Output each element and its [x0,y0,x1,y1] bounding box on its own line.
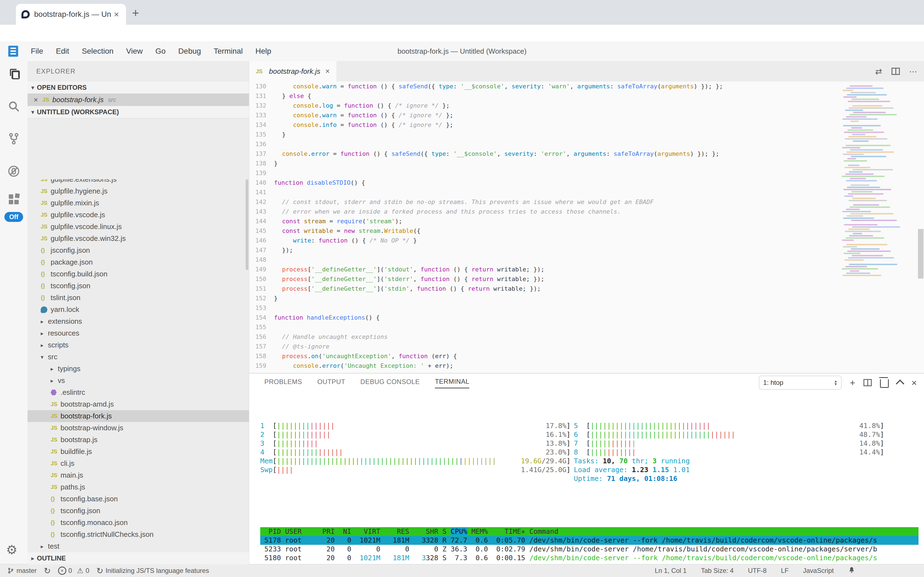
editor-scrollbar[interactable] [918,229,924,279]
tree-item-tslint.json[interactable]: {}tslint.json [27,292,249,304]
language-mode[interactable]: JavaScript [803,567,834,575]
notifications-bell-icon[interactable] [848,566,855,575]
yarn-file-icon [41,306,51,313]
js-file-icon: JS [41,188,51,194]
bottom-panel: PROBLEMS OUTPUT DEBUG CONSOLE TERMINAL 1… [249,373,924,564]
encoding[interactable]: UTF-8 [748,567,767,575]
tab-close-icon[interactable]: × [325,67,329,76]
maximize-panel-icon[interactable] [896,379,905,388]
tree-item-jsconfig.json[interactable]: {}jsconfig.json [27,245,249,256]
code-line-140: 140function disableSTDIO() { [249,178,924,187]
js-file-icon: JS [41,235,51,242]
terminal-line: 3[||||||||||13.8%] [260,439,574,448]
tab-output[interactable]: OUTPUT [317,378,345,388]
js-file-icon: JS [51,460,61,467]
workspace-header[interactable]: ▾ UNTITLED (WORKSPACE) [27,106,249,118]
debug-disabled-icon[interactable] [7,164,20,178]
tree-item-bootstrap-window.js[interactable]: JSbootstrap-window.js [27,422,249,434]
tree-item-gulpfile.mixin.js[interactable]: JSgulpfile.mixin.js [27,197,249,209]
new-terminal-icon[interactable]: + [850,377,855,388]
tab-terminal[interactable]: TERMINAL [435,378,469,388]
split-editor-icon[interactable] [892,68,900,75]
chevron-right-icon: ▸ [51,366,58,372]
split-terminal-icon[interactable] [863,379,872,386]
tree-item-package.json[interactable]: {}package.json [27,256,249,268]
explorer-icon[interactable] [7,67,20,81]
eol[interactable]: LF [781,567,789,575]
tree-item-resources[interactable]: ▸resources [27,327,249,339]
status-bar: master ↻ × 0 ⚠ 0 ↻ Initializing JS/TS la… [0,564,924,577]
tree-item-yarn.lock[interactable]: yarn.lock [27,304,249,316]
source-control-icon[interactable] [7,132,20,145]
problems-indicator[interactable]: × 0 ⚠ 0 [58,567,89,575]
tree-item-tsconfig.monaco.json[interactable]: {}tsconfig.monaco.json [27,517,249,529]
tree-item-tsconfig.build.json[interactable]: {}tsconfig.build.json [27,268,249,280]
off-badge[interactable]: Off [5,212,23,222]
tab-close-icon[interactable]: × [114,10,119,19]
tree-item-typings[interactable]: ▸typings [27,363,249,375]
tree-item-tsconfig.strictNullChecks.json[interactable]: {}tsconfig.strictNullChecks.json [27,529,249,540]
close-icon[interactable]: × [34,95,38,104]
minimap[interactable] [842,83,908,284]
close-panel-icon[interactable]: × [911,377,917,388]
terminal-select[interactable]: 1: htop ▲▼ [759,376,842,390]
tree-item-gulpfile.vscode.linux.js[interactable]: JSgulpfile.vscode.linux.js [27,221,249,233]
terminal[interactable]: 1[||||||||||||||17.8%]2[|||||||||||||16.… [260,404,919,562]
tree-item-main.js[interactable]: JSmain.js [27,469,249,481]
tree-item-scripts[interactable]: ▸scripts [27,339,249,351]
terminal-line: Uptime: 71 days, 01:08:16 [574,474,919,483]
json-file-icon: {} [51,496,61,502]
code-line-147: 147 }); [249,245,924,255]
js-file-icon: JS [51,448,61,455]
tab-size[interactable]: Tab Size: 4 [701,567,734,575]
compare-changes-icon[interactable]: ⇄ [875,67,882,76]
tree-item-extensions[interactable]: ▸extensions [27,316,249,327]
loading-icon: ↻ [96,566,103,575]
tree-item-gulpfile.vscode.js[interactable]: JSgulpfile.vscode.js [27,209,249,221]
settings-gear-icon[interactable]: ⚙ [6,542,17,557]
tree-item-tsconfig.json[interactable]: {}tsconfig.json [27,280,249,292]
htop-process-row[interactable]: 5178 root 20 0 1021M 181M 3328 R 72.7 0.… [260,536,919,545]
js-file-icon: JS [41,179,51,182]
tree-item-test[interactable]: ▸test [27,540,249,552]
browser-tab-title: bootstrap-fork.js — Untitled (W [34,10,111,19]
tree-item-vs[interactable]: ▸vs [27,375,249,387]
sync-button[interactable]: ↻ [44,566,51,575]
code-line-156: 156 // Handle uncaught exceptions [249,332,924,342]
tree-item-bootstrap-amd.js[interactable]: JSbootstrap-amd.js [27,398,249,410]
extensions-icon[interactable] [7,193,20,206]
tree-item-cli.js[interactable]: JScli.js [27,458,249,469]
browser-tab[interactable]: bootstrap-fork.js — Untitled (W × [16,4,126,25]
sidebar-scrollbar[interactable] [246,179,248,270]
tree-item-gulpfile.extensions.js[interactable]: JSgulpfile.extensions.js [27,179,249,185]
chevron-down-icon: ▾ [31,109,34,115]
tree-item-tsconfig.json[interactable]: {}tsconfig.json [27,505,249,517]
chevron-right-icon: ▸ [51,377,58,384]
branch-indicator[interactable]: master [7,567,37,575]
tree-item-bootstrap-fork.js[interactable]: JSbootstrap-fork.js [27,410,249,422]
tree-item-gulpfile.hygiene.js[interactable]: JSgulpfile.hygiene.js [27,185,249,197]
tree-item-bootstrap.js[interactable]: JSbootstrap.js [27,434,249,446]
tree-item-src[interactable]: ▾src [27,351,249,363]
new-tab-button[interactable]: + [132,6,139,20]
cursor-position[interactable]: Ln 1, Col 1 [655,567,686,575]
htop-process-row[interactable]: 5180 root 20 0 1021M 181M 3328 S 7.3 0.6… [260,554,919,562]
htop-process-row[interactable]: 5233 root 20 0 0 0 0 Z 36.3 0.0 0:02.79 … [260,545,919,554]
tree-item-tsconfig.base.json[interactable]: {}tsconfig.base.json [27,493,249,505]
file-tree: JSgulpfile.extensions.jsJSgulpfile.hygie… [27,179,249,553]
open-editors-header[interactable]: ▾ OPEN EDITORS [27,82,249,93]
editor-tab[interactable]: JS bootstrap-fork.js × [249,61,336,82]
tree-item-gulpfile.vscode.win32.js[interactable]: JSgulpfile.vscode.win32.js [27,233,249,245]
outline-header[interactable]: ▸ OUTLINE [27,552,249,564]
tab-problems[interactable]: PROBLEMS [264,378,302,388]
tab-debug-console[interactable]: DEBUG CONSOLE [360,378,420,388]
kill-terminal-icon[interactable] [880,379,889,388]
language-status[interactable]: ↻ Initializing JS/TS language features [96,566,209,575]
more-actions-icon[interactable]: ⋯ [909,67,918,76]
tree-item-.eslintrc[interactable]: .eslintrc [27,387,249,398]
code-editor[interactable]: 130 console.warn = function () { safeSen… [249,82,924,373]
tree-item-buildfile.js[interactable]: JSbuildfile.js [27,446,249,458]
tree-item-paths.js[interactable]: JSpaths.js [27,481,249,493]
open-editor-item[interactable]: × JS bootstrap-fork.js src [27,93,249,106]
search-icon[interactable] [7,100,20,113]
